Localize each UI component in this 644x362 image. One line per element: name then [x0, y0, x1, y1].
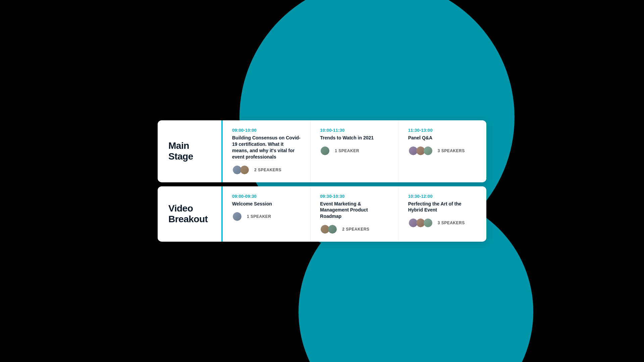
avatar: [232, 212, 242, 222]
speakers-count: 1 SPEAKER: [247, 214, 271, 219]
speaker-avatars: [232, 165, 250, 175]
video-breakout-label: VideoBreakout: [158, 186, 221, 242]
session-title: Trends to Watch in 2021: [320, 135, 389, 141]
main-stage-label: MainStage: [158, 120, 221, 182]
session-title: Panel Q&A: [408, 135, 477, 141]
speakers-count: 3 SPEAKERS: [438, 221, 465, 225]
avatar: [320, 146, 330, 156]
session-title: Perfecting the Art of the Hybrid Event: [408, 200, 477, 213]
session-time: 11:30-13:00: [408, 128, 477, 133]
speakers-count: 1 SPEAKER: [335, 148, 359, 153]
session-title: Event Marketing & Management Product Roa…: [320, 200, 389, 220]
session-time: 10:30-12:00: [408, 193, 477, 198]
speakers-row: 2 SPEAKERS: [320, 224, 389, 234]
speakers-row: 2 SPEAKERS: [232, 165, 301, 175]
speakers-count: 3 SPEAKERS: [438, 148, 465, 153]
speaker-avatars: [232, 212, 242, 222]
session-item: 11:30-13:00 Panel Q&A 3 SPEAKERS: [399, 120, 486, 182]
speakers-row: 1 SPEAKER: [232, 212, 301, 222]
speaker-avatars: [320, 224, 337, 234]
speaker-avatars: [320, 146, 330, 156]
session-time: 09:00-10:00: [232, 128, 301, 133]
speakers-row: 3 SPEAKERS: [408, 146, 477, 156]
session-time: 09:00-09:30: [232, 193, 301, 198]
session-time: 10:00-11:30: [320, 128, 389, 133]
session-title: Building Consensus on Covid-19 certifica…: [232, 135, 301, 160]
session-title: Welcome Session: [232, 200, 301, 207]
speaker-avatars: [408, 218, 433, 228]
content-area: MainStage 09:00-10:00 Building Consensus…: [158, 120, 486, 242]
session-time: 09:30-10:30: [320, 193, 389, 198]
session-item: 09:30-10:30 Event Marketing & Management…: [311, 186, 398, 242]
speakers-row: 3 SPEAKERS: [408, 218, 477, 228]
video-breakout-card: VideoBreakout 09:00-09:30 Welcome Sessio…: [158, 186, 486, 242]
main-stage-sessions: 09:00-10:00 Building Consensus on Covid-…: [223, 120, 486, 182]
session-item: 10:00-11:30 Trends to Watch in 2021 1 SP…: [311, 120, 398, 182]
video-breakout-sessions: 09:00-09:30 Welcome Session 1 SPEAKER 09…: [223, 186, 486, 242]
session-item: 09:00-09:30 Welcome Session 1 SPEAKER: [223, 186, 311, 242]
avatar: [327, 224, 337, 234]
main-stage-name: MainStage: [168, 140, 193, 162]
session-item: 09:00-10:00 Building Consensus on Covid-…: [223, 120, 311, 182]
speakers-row: 1 SPEAKER: [320, 146, 389, 156]
avatar: [423, 218, 433, 228]
speaker-avatars: [408, 146, 433, 156]
avatar: [239, 165, 250, 175]
session-item: 10:30-12:00 Perfecting the Art of the Hy…: [399, 186, 486, 242]
main-stage-card: MainStage 09:00-10:00 Building Consensus…: [158, 120, 486, 182]
speakers-count: 2 SPEAKERS: [342, 227, 369, 232]
speakers-count: 2 SPEAKERS: [254, 167, 281, 172]
avatar: [423, 146, 433, 156]
video-breakout-name: VideoBreakout: [168, 203, 208, 225]
